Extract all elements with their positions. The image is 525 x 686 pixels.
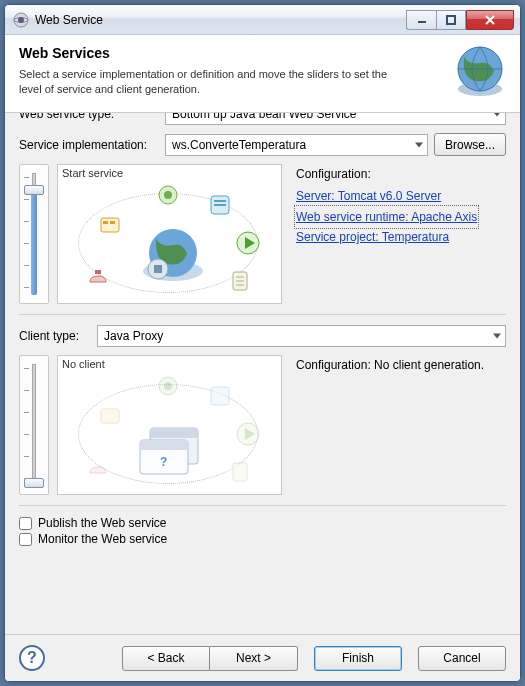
monitor-label: Monitor the Web service	[38, 532, 167, 546]
client-type-label: Client type:	[19, 329, 91, 343]
separator	[19, 314, 506, 315]
svg-rect-20	[103, 221, 108, 224]
service-preview: Start service	[57, 164, 282, 304]
svg-point-2	[18, 17, 24, 23]
svg-rect-26	[154, 265, 162, 273]
chevron-down-icon	[493, 113, 501, 117]
minimize-button[interactable]	[406, 10, 436, 30]
titlebar[interactable]: Web Service	[5, 5, 520, 35]
svg-rect-12	[214, 204, 226, 206]
help-button[interactable]: ?	[19, 645, 45, 671]
finish-button[interactable]: Finish	[314, 646, 402, 671]
service-impl-combo[interactable]: ws.ConverteTemperatura	[165, 134, 428, 156]
client-config-text: Configuration: No client generation.	[296, 355, 506, 375]
client-preview: No client ?	[57, 355, 282, 495]
page-subtitle: Select a service implementation or defin…	[19, 67, 399, 97]
svg-rect-21	[110, 221, 115, 224]
svg-rect-33	[101, 409, 119, 423]
browse-button[interactable]: Browse...	[434, 133, 506, 156]
client-section: No client ? Configuration: No client gen…	[19, 355, 506, 495]
project-link[interactable]: Service project: Temperatura	[296, 227, 449, 247]
wizard-window: Web Service Web Services Select a servic…	[4, 4, 521, 682]
app-icon	[13, 12, 29, 28]
svg-rect-19	[101, 218, 119, 232]
window-controls	[406, 10, 514, 30]
client-preview-caption: No client	[62, 358, 105, 370]
service-impl-label: Service implementation:	[19, 138, 159, 152]
page-title: Web Services	[19, 45, 506, 61]
window-title: Web Service	[35, 13, 406, 27]
svg-rect-22	[95, 270, 101, 274]
service-config: Configuration: Server: Tomcat v6.0 Serve…	[290, 164, 506, 304]
wizard-footer: ? < Back Next > Finish Cancel	[5, 634, 520, 681]
svg-rect-29	[211, 387, 229, 405]
svg-rect-11	[214, 200, 226, 202]
service-preview-caption: Start service	[62, 167, 123, 179]
client-config: Configuration: No client generation.	[290, 355, 506, 495]
svg-point-9	[164, 191, 172, 199]
chevron-down-icon	[415, 142, 423, 147]
svg-text:?: ?	[160, 455, 167, 469]
next-button[interactable]: Next >	[210, 646, 298, 671]
service-level-slider[interactable]	[19, 164, 49, 304]
svg-point-28	[164, 382, 172, 390]
wizard-body: document.currentScript.previousElementSi…	[5, 113, 520, 634]
ws-type-label: Web service type:	[19, 113, 159, 121]
monitor-checkbox[interactable]	[19, 533, 32, 546]
svg-rect-4	[447, 16, 455, 24]
publish-label: Publish the Web service	[38, 516, 167, 530]
svg-rect-35	[150, 428, 198, 438]
service-section: Start service Configuration: Server: Tom…	[19, 164, 506, 304]
back-button[interactable]: < Back	[122, 646, 210, 671]
separator	[19, 505, 506, 506]
ws-type-select[interactable]: Bottom up Java bean Web Service	[165, 113, 506, 125]
runtime-link[interactable]: Web service runtime: Apache Axis	[296, 207, 477, 227]
close-button[interactable]	[466, 10, 514, 30]
server-link[interactable]: Server: Tomcat v6.0 Server	[296, 186, 441, 206]
svg-rect-3	[418, 21, 426, 23]
publish-checkbox[interactable]	[19, 517, 32, 530]
client-type-select[interactable]: Java Proxy	[97, 325, 506, 347]
config-header: Configuration:	[296, 164, 506, 184]
wizard-header: Web Services Select a service implementa…	[5, 35, 520, 113]
client-level-slider[interactable]	[19, 355, 49, 495]
svg-rect-37	[140, 440, 188, 450]
svg-rect-32	[233, 463, 247, 481]
globe-icon	[450, 41, 510, 104]
chevron-down-icon	[493, 334, 501, 339]
cancel-button[interactable]: Cancel	[418, 646, 506, 671]
maximize-button[interactable]	[436, 10, 466, 30]
